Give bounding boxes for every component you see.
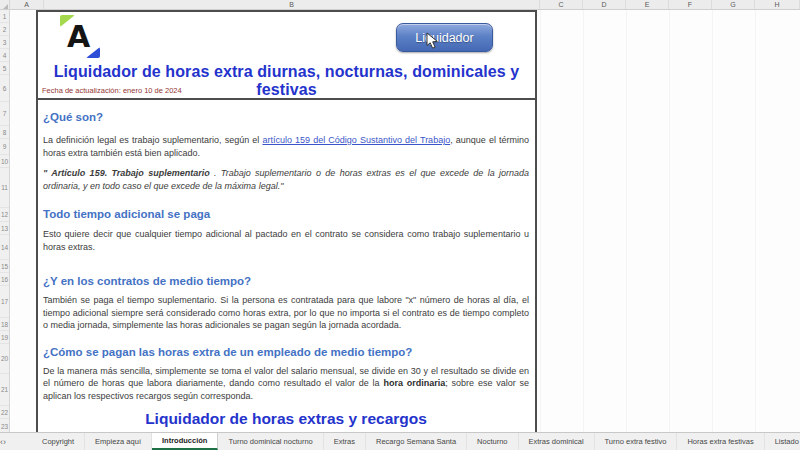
- liquidador-button[interactable]: Liquidador: [396, 23, 493, 52]
- row-header-1[interactable]: 1: [0, 10, 9, 23]
- gridline: [583, 10, 584, 432]
- sheet-tab-extras[interactable]: Extras: [324, 433, 366, 450]
- row-header-16[interactable]: 16: [0, 273, 9, 286]
- column-header-A[interactable]: A: [10, 0, 44, 9]
- column-header-H[interactable]: H: [755, 0, 800, 9]
- sheet-tab-bar: ‹ › CopyrightEmpieza aquíIntroducciónTur…: [0, 432, 800, 450]
- row-header-9[interactable]: 9: [0, 139, 9, 155]
- gridline: [540, 10, 541, 432]
- gridline: [669, 10, 670, 432]
- gridline: [626, 10, 627, 432]
- row-header-21[interactable]: 21: [0, 374, 9, 406]
- gridline: [712, 10, 713, 432]
- bold-hora-ordinaria: hora ordinaria: [383, 378, 445, 388]
- sheet-tab-copyright[interactable]: Copyright: [32, 433, 85, 450]
- row-header-12[interactable]: 12: [0, 208, 9, 222]
- paragraph-text: La definición legal es trabajo suplement…: [43, 135, 262, 145]
- heading-como-pagan: ¿Cómo se pagan las horas extra de un emp…: [43, 346, 529, 358]
- row-header-13[interactable]: 13: [0, 222, 9, 235]
- heading-todo-tiempo: Todo tiempo adicional se paga: [43, 208, 529, 220]
- row-header-22[interactable]: 22: [0, 406, 9, 419]
- select-all-corner[interactable]: [0, 0, 10, 10]
- worksheet-document: A Liquidador Liquidador de horas extra d…: [36, 10, 537, 432]
- row-header-4[interactable]: 4: [0, 49, 9, 62]
- row-header-3[interactable]: 3: [0, 36, 9, 49]
- row-header-14[interactable]: 14: [0, 235, 9, 260]
- excel-window: ABCDEFGH 1234567891011121314151617181920…: [0, 0, 800, 450]
- sheet-tab-horas-extra-festivas[interactable]: Horas extra festivas: [677, 433, 764, 450]
- document-header: A Liquidador Liquidador de horas extra d…: [38, 12, 535, 100]
- row-header-23[interactable]: 23: [0, 419, 9, 432]
- sheet-tab-nocturno[interactable]: Nocturno: [467, 433, 518, 450]
- quote-bold-text: " Artículo 159. Trabajo suplementario: [43, 168, 210, 178]
- row-header-15[interactable]: 15: [0, 260, 9, 273]
- sheet-nav-next-icon[interactable]: ›: [3, 433, 6, 450]
- link-articulo-159[interactable]: artículo 159 del Código Sustantivo del T…: [262, 135, 450, 145]
- actualicese-logo-icon: A: [60, 15, 100, 59]
- row-header-17[interactable]: 17: [0, 286, 9, 318]
- sheet-tab-turno-dominical-nocturno[interactable]: Turno dominical nocturno: [218, 433, 323, 450]
- row-header-6[interactable]: 6: [0, 75, 9, 102]
- column-header-D[interactable]: D: [583, 0, 626, 9]
- paragraph-medio-tiempo: También se paga el tiempo suplementario.…: [43, 294, 529, 332]
- sheet-tab-introduccion[interactable]: Introducción: [152, 433, 218, 450]
- sheet-tab-empieza-aqui[interactable]: Empieza aquí: [85, 433, 152, 450]
- row-header-7[interactable]: 7: [0, 102, 9, 126]
- row-header-10[interactable]: 10: [0, 155, 9, 168]
- row-header-20[interactable]: 20: [0, 344, 9, 374]
- column-header-C[interactable]: C: [540, 0, 583, 9]
- paragraph-definicion: La definición legal es trabajo suplement…: [43, 134, 529, 159]
- column-header-F[interactable]: F: [669, 0, 712, 9]
- sheet-tab-turno-extra-festivo[interactable]: Turno extra festivo: [595, 433, 678, 450]
- heading-que-son: ¿Qué son?: [43, 111, 529, 123]
- paragraph-como-pagan: De la manera más sencilla, simplemente s…: [43, 365, 529, 403]
- column-headers: ABCDEFGH: [0, 0, 800, 10]
- column-header-G[interactable]: G: [712, 0, 755, 9]
- row-headers: 123456789101112131415161718192021222324: [0, 10, 10, 432]
- sheet-tab-listado-comp[interactable]: Listado comp: [765, 433, 800, 450]
- row-header-8[interactable]: 8: [0, 126, 9, 139]
- sheet-tab-recargo-semana-santa[interactable]: Recargo Semana Santa: [366, 433, 467, 450]
- logo-letter: A: [67, 19, 89, 54]
- paragraph-cita-articulo-159: " Artículo 159. Trabajo suplementario . …: [43, 167, 529, 192]
- update-date: Fecha de actualización: enero 10 de 2024: [42, 86, 182, 95]
- gridline: [755, 10, 756, 432]
- row-header-2[interactable]: 2: [0, 23, 9, 36]
- column-header-E[interactable]: E: [626, 0, 669, 9]
- paragraph-todo-tiempo: Esto quiere decir que cualquier tiempo a…: [43, 228, 529, 253]
- row-header-5[interactable]: 5: [0, 62, 9, 75]
- sheet-tabs: CopyrightEmpieza aquíIntroducciónTurno d…: [32, 433, 800, 450]
- row-header-18[interactable]: 18: [0, 318, 9, 331]
- row-header-11[interactable]: 11: [0, 168, 9, 208]
- column-header-B[interactable]: B: [44, 0, 540, 9]
- document-body: ¿Qué son? La definición legal es trabajo…: [38, 100, 535, 450]
- row-header-19[interactable]: 19: [0, 331, 9, 344]
- sheet-tab-extras-dominical[interactable]: Extras dominical: [519, 433, 595, 450]
- heading-liquidador-recargos: Liquidador de horas extras y recargos: [43, 410, 529, 428]
- heading-medio-tiempo: ¿Y en los contratos de medio tiempo?: [43, 275, 529, 287]
